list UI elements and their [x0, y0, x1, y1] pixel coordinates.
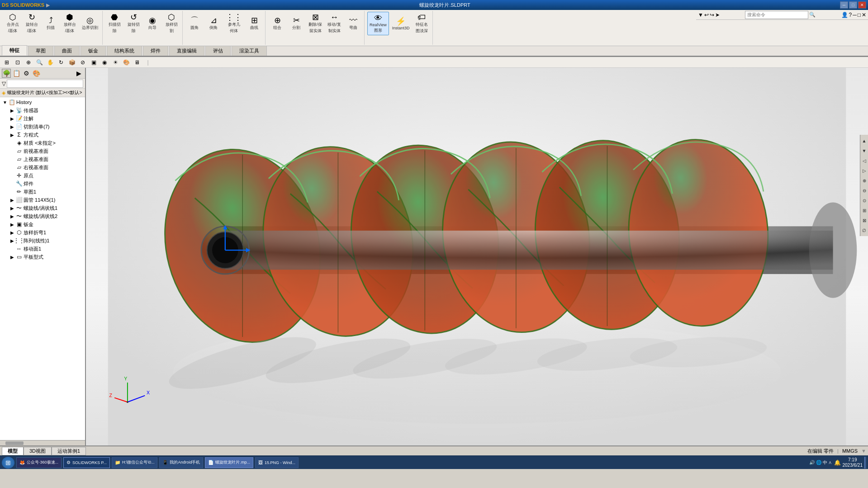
- mirror-button[interactable]: ⊞ 曲线: [245, 12, 263, 35]
- taskbar-btn-chrome[interactable]: 🦊 公众号·360极速...: [16, 457, 62, 468]
- taskbar-btn-android[interactable]: 📱 我的Android手机: [159, 457, 203, 468]
- status-tab-motion[interactable]: 运动算例1: [52, 447, 86, 455]
- move-copy-button[interactable]: ↔ 移动/复 制实体: [325, 12, 343, 35]
- tab-sheetmetal[interactable]: 钣金: [81, 46, 106, 56]
- scene-icon[interactable]: 🖥: [132, 58, 142, 67]
- loft-boss-button[interactable]: ⬢ 放样台 /基体: [61, 12, 79, 35]
- 3d-viewport[interactable]: X Y Z ▲ ▼ ◁ ▷ ⊕ ⊖: [86, 68, 868, 445]
- config-tab[interactable]: ⚙: [22, 69, 31, 78]
- view-front-icon[interactable]: ◁: [861, 156, 868, 166]
- scroll-thumb[interactable]: [5, 441, 24, 445]
- win-close-icon[interactable]: ✕: [862, 12, 866, 18]
- expand-helix1[interactable]: ▶: [9, 205, 15, 211]
- deform-button[interactable]: ⊠ 删除/保 留实体: [306, 12, 324, 35]
- pattern-button[interactable]: ⋮⋮ 参考几 何体: [223, 12, 244, 35]
- win-max-icon[interactable]: □: [858, 12, 861, 18]
- tab-surface[interactable]: 曲面: [54, 46, 80, 56]
- tree-item-move[interactable]: ▶ ↔ 移动面1: [0, 245, 85, 253]
- expand-helix2[interactable]: ▶: [9, 213, 15, 219]
- fillet-button[interactable]: ⌒ 圆角: [185, 12, 204, 35]
- instant3d-button[interactable]: ⚡ Instant3D: [390, 12, 412, 35]
- zoom-area-icon[interactable]: ⊕: [24, 58, 33, 67]
- zoom-out-icon[interactable]: ⊖: [861, 185, 868, 195]
- zoom-in-icon[interactable]: ⊕: [861, 175, 868, 185]
- search-icon[interactable]: 🔍: [809, 12, 816, 18]
- undo-icon[interactable]: ↩: [704, 12, 709, 18]
- expand-panel-icon[interactable]: ▶: [74, 69, 83, 78]
- tab-structure[interactable]: 结构系统: [107, 46, 142, 56]
- tree-item-unfold[interactable]: ▶ ⬡ 放样折弯1: [0, 228, 85, 237]
- taskbar-btn-png[interactable]: 🖼 15.PNG - Wind...: [255, 457, 299, 468]
- expand-sm[interactable]: ▶: [9, 221, 15, 227]
- tree-item-sketch1[interactable]: ▶ ✏ 草图1: [0, 188, 85, 196]
- feature-tree-tab[interactable]: 🌳: [2, 69, 11, 78]
- display-style-icon[interactable]: ▣: [89, 58, 99, 67]
- taskbar-btn-screw[interactable]: 📄 螺旋绞龙叶片.mp...: [205, 457, 253, 468]
- user-icon[interactable]: 👤: [841, 12, 848, 18]
- tab-sketch[interactable]: 草图: [28, 46, 53, 56]
- arrow-icon[interactable]: ➤: [715, 12, 720, 18]
- boundary-cut-button[interactable]: ◎ 边界切割: [80, 12, 100, 35]
- show-desktop-icon[interactable]: [864, 457, 866, 469]
- taskbar-btn-explorer[interactable]: 📁 H:\微信公众号\0...: [112, 457, 158, 468]
- split-button[interactable]: ✂ 分割: [287, 12, 305, 35]
- zoom-prev-icon[interactable]: 🔍: [34, 58, 44, 67]
- maximize-button[interactable]: □: [849, 1, 857, 9]
- expand-annot[interactable]: ▶: [9, 115, 15, 122]
- taskbar-btn-sw[interactable]: ⚙ SOLIDWORKS P...: [63, 457, 110, 468]
- section-icon[interactable]: ⊘: [78, 58, 88, 67]
- expand-unfold[interactable]: ▶: [9, 229, 15, 236]
- flex-button[interactable]: 〰 弯曲: [344, 12, 362, 35]
- tab-render[interactable]: 渲染工具: [232, 46, 267, 56]
- tree-item-pipe[interactable]: ▶ ⬜ 圆管 114X5(1): [0, 196, 85, 204]
- tab-direct[interactable]: 直接编辑: [169, 46, 204, 56]
- loft-cut-button[interactable]: ⬡ 放样切 割: [162, 12, 180, 35]
- tree-item-pattern[interactable]: ▶ ⋮⋮ 阵列(线性)1: [0, 237, 85, 245]
- zoom-fit-icon2[interactable]: ⊙: [861, 195, 868, 205]
- revolve-cut-button[interactable]: ↺ 旋转切 除: [124, 12, 142, 35]
- filter-input[interactable]: [7, 80, 83, 88]
- expand-sensor[interactable]: ▶: [9, 107, 15, 114]
- property-tab[interactable]: 📋: [12, 69, 21, 78]
- tab-evaluate[interactable]: 评估: [205, 46, 231, 56]
- tree-item-weld[interactable]: ▶ 🔧 焊件: [0, 180, 85, 188]
- extrude-boss-button[interactable]: ⬡ 合并点 /基体: [4, 12, 22, 35]
- command-search-input[interactable]: [745, 11, 808, 19]
- close-button[interactable]: ✕: [858, 1, 866, 9]
- tree-item-origin[interactable]: ▶ ✛ 原点: [0, 171, 85, 180]
- realview-button[interactable]: 👁 RealView 图形: [367, 12, 389, 35]
- combine-button[interactable]: ⊕ 组合: [268, 12, 286, 35]
- section-plane-icon[interactable]: ∅: [861, 225, 868, 235]
- tree-item-helix1[interactable]: ▶ 〜 螺旋线/涡状线1: [0, 204, 85, 212]
- tree-item-history[interactable]: ▼ 📋 History: [0, 98, 85, 106]
- hole-wizard-button[interactable]: ◉ 向导: [143, 12, 161, 35]
- start-button[interactable]: ⊞: [2, 457, 14, 469]
- tree-item-formula[interactable]: ▶ Σ 方程式: [0, 131, 85, 139]
- tree-item-rightplane[interactable]: ▶ ▱ 右视基准面: [0, 163, 85, 171]
- lighting-icon[interactable]: ☀: [110, 58, 120, 67]
- extrude-cut-button[interactable]: ⬣ 扫描切 除: [105, 12, 123, 35]
- expand-flatstyle[interactable]: ▶: [9, 254, 15, 260]
- filter-icon[interactable]: ▼: [698, 12, 703, 18]
- tree-item-sensor[interactable]: ▶ 📡 传感器: [0, 106, 85, 114]
- appearance-icon[interactable]: 🎨: [121, 58, 131, 67]
- redo-icon[interactable]: ↪: [710, 12, 714, 18]
- tree-item-cutlist[interactable]: ▶ 📄 切割清单(7): [0, 123, 85, 131]
- appearance-tab[interactable]: 🎨: [32, 69, 41, 78]
- tree-item-frontplane[interactable]: ▶ ▱ 前视基准面: [0, 147, 85, 155]
- 3d-view-icon[interactable]: 📦: [67, 58, 77, 67]
- tree-item-helix2[interactable]: ▶ 〜 螺旋线/涡状线2: [0, 212, 85, 220]
- tree-item-material[interactable]: ▶ ◈ 材质 <未指定>: [0, 139, 85, 147]
- tree-item-annot[interactable]: ▶ 📝 注解: [0, 114, 85, 123]
- sweep-boss-button[interactable]: ⤴ 扫描: [42, 12, 60, 35]
- pan-icon[interactable]: ✋: [45, 58, 55, 67]
- view-orient-icon[interactable]: ⊞: [2, 58, 12, 67]
- tree-item-flatstyle[interactable]: ▶ ▭ 平板型式: [0, 253, 85, 261]
- minimize-button[interactable]: ─: [840, 1, 848, 9]
- win-min-icon[interactable]: ─: [853, 12, 857, 18]
- chamfer-button[interactable]: ⊿ 倒角: [204, 12, 223, 35]
- tab-features[interactable]: 特征: [2, 45, 27, 56]
- tree-scrollbar-h[interactable]: [0, 440, 85, 445]
- tree-item-sheetmetal[interactable]: ▶ ▣ 钣金: [0, 220, 85, 228]
- view-top-icon[interactable]: ▲: [861, 136, 868, 146]
